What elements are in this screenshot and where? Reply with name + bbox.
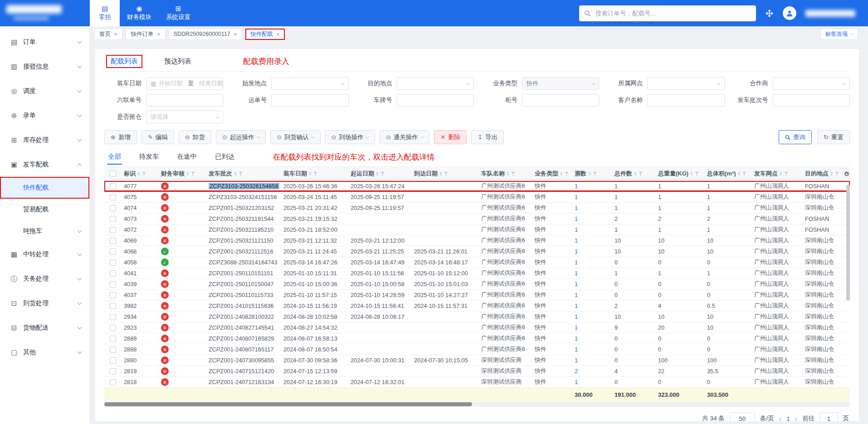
sort-icon[interactable] xyxy=(690,172,693,175)
filter-funnel-icon[interactable] xyxy=(593,172,597,176)
filter-funnel-icon[interactable] xyxy=(444,172,448,176)
filter-funnel-icon[interactable] xyxy=(313,172,317,176)
sidebar-item[interactable]: ▦中转处理 xyxy=(0,242,89,267)
row-checkbox[interactable] xyxy=(110,270,116,277)
close-icon[interactable]: ✕ xyxy=(276,32,280,37)
table-row[interactable]: 4072✕ZCPZ001-2503211852102025-03-21 18:5… xyxy=(104,224,850,235)
page-size-select[interactable]: 50 xyxy=(730,412,755,421)
table-row[interactable]: 2888✕ZCPZ001-2408071651172024-08-07 16:5… xyxy=(104,344,850,355)
sort-icon[interactable] xyxy=(634,172,637,175)
close-icon[interactable]: ✕ xyxy=(234,32,237,37)
row-checkbox[interactable] xyxy=(110,259,116,266)
row-checkbox[interactable] xyxy=(110,357,116,364)
text-input[interactable] xyxy=(773,94,850,107)
row-checkbox[interactable] xyxy=(110,194,116,200)
table-row[interactable]: 2923✕ZCPZ001-2408271455412024-08-27 14:5… xyxy=(104,322,850,333)
select-input[interactable] xyxy=(647,77,724,90)
workspace-tab[interactable]: 快件订单✕ xyxy=(126,29,165,40)
sort-icon[interactable] xyxy=(234,172,237,175)
sidebar-item[interactable]: ◎调度 xyxy=(0,79,89,103)
tickets-link[interactable]: 1 xyxy=(572,324,612,331)
table-row[interactable]: 4058✓ZCPZ3088-2503141647432025-03-14 16:… xyxy=(104,257,850,268)
tickets-link[interactable]: 1 xyxy=(572,215,612,222)
tickets-link[interactable]: 1 xyxy=(572,205,612,211)
toolbar-button[interactable]: ⊖卸货 xyxy=(179,130,211,144)
sort-icon[interactable] xyxy=(560,172,563,175)
sort-icon[interactable] xyxy=(137,172,140,175)
filter-funnel-icon[interactable] xyxy=(695,172,699,176)
tickets-link[interactable]: 1 xyxy=(572,248,612,255)
row-checkbox[interactable] xyxy=(110,325,116,331)
text-input-field[interactable] xyxy=(276,97,344,104)
table-row[interactable]: 4039✕ZCPZ001-2501101500472025-01-10 15:0… xyxy=(104,279,850,290)
row-checkbox[interactable] xyxy=(110,227,116,233)
filter-funnel-icon[interactable] xyxy=(565,172,569,176)
select-input[interactable] xyxy=(397,77,474,90)
table-row[interactable]: 2889✕ZCPZ001-2408071658292024-08-07 16:5… xyxy=(104,333,850,344)
toolbar-button[interactable]: 查询 xyxy=(779,130,812,144)
column-header[interactable]: 装车日期 xyxy=(281,170,348,178)
text-input[interactable] xyxy=(397,94,474,107)
select-input[interactable]: 请选择 xyxy=(146,111,223,123)
table-row[interactable]: 4074✕ZCPZ001-2503212031522025-03-21 20:3… xyxy=(104,203,850,214)
row-checkbox[interactable] xyxy=(110,314,116,320)
topnav-tab[interactable]: ▤零担 xyxy=(90,0,120,26)
topnav-tab[interactable]: ◉财务模块 xyxy=(120,0,159,26)
list-tab[interactable]: 配载列表 xyxy=(106,55,142,68)
text-input[interactable] xyxy=(647,94,724,107)
prev-page-icon[interactable]: ‹ xyxy=(779,415,782,422)
table-row[interactable]: 4073✕ZCPZ001-2503211915442025-03-21 19:1… xyxy=(104,214,850,224)
sidebar-item[interactable]: ▣发车配载 xyxy=(0,152,89,177)
table-row[interactable]: 4037✕ZCPZ001-2501101157332025-01-10 11:5… xyxy=(104,290,850,301)
column-header[interactable]: 总重量(KG) xyxy=(655,170,704,178)
table-row[interactable]: 2880✕ZCPZ001-2407300958552024-07-30 09:5… xyxy=(104,355,850,366)
row-checkbox[interactable] xyxy=(110,379,116,385)
sidebar-subitem[interactable]: 吨拖车 xyxy=(0,220,89,242)
text-input[interactable] xyxy=(146,94,223,107)
next-page-icon[interactable]: › xyxy=(795,415,798,422)
column-header[interactable]: 总件数 xyxy=(612,170,655,178)
sidebar-item[interactable]: ⓘ关务处理 xyxy=(0,267,89,291)
row-checkbox[interactable] xyxy=(110,216,116,222)
sidebar-item[interactable]: ⊞库存处理 xyxy=(0,128,89,152)
column-header[interactable]: 发车批次 xyxy=(206,170,281,178)
text-input-field[interactable] xyxy=(527,97,595,104)
table-row[interactable]: 4068✓ZCPZ001-2503211125162025-03-21 11:2… xyxy=(104,246,850,257)
sidebar-subitem[interactable]: 快件配载 xyxy=(0,177,89,199)
row-checkbox[interactable] xyxy=(110,238,116,244)
tickets-link[interactable]: 1 xyxy=(572,379,612,385)
sort-icon[interactable] xyxy=(376,172,379,175)
close-icon[interactable]: ✕ xyxy=(156,32,160,37)
toolbar-button[interactable]: ↻重置 xyxy=(817,130,850,144)
column-header[interactable]: 票数 xyxy=(572,170,612,178)
select-input[interactable]: 快件 xyxy=(522,77,599,90)
sort-icon[interactable] xyxy=(507,172,509,175)
global-search-input[interactable] xyxy=(579,5,756,21)
column-header[interactable]: 业务类型 xyxy=(532,170,572,178)
row-checkbox[interactable] xyxy=(110,336,116,342)
column-header[interactable]: 到达日期 xyxy=(411,170,478,178)
tickets-link[interactable]: 1 xyxy=(572,270,612,277)
column-header[interactable]: 总体积(m³) xyxy=(704,170,751,178)
status-tab[interactable]: 在途中 xyxy=(176,150,198,165)
column-header[interactable]: 标识 xyxy=(121,170,158,178)
filter-funnel-icon[interactable] xyxy=(639,172,643,176)
table-row[interactable]: 4077✕ZCPZ3103-2503261546582025-03-26 15:… xyxy=(104,181,850,192)
toolbar-button[interactable]: ✎编辑 xyxy=(141,130,174,144)
row-checkbox[interactable] xyxy=(110,368,116,375)
tickets-link[interactable]: 1 xyxy=(572,302,612,309)
select-input[interactable] xyxy=(773,77,850,90)
tickets-link[interactable]: 1 xyxy=(572,281,612,288)
filter-funnel-icon[interactable] xyxy=(511,172,515,176)
tickets-link[interactable]: 2 xyxy=(572,368,612,375)
sort-icon[interactable] xyxy=(186,172,189,175)
text-input[interactable] xyxy=(522,94,599,107)
sidebar-item[interactable]: ⊡到货处理 xyxy=(0,291,89,316)
goto-page-input[interactable]: 1 xyxy=(820,412,838,421)
tickets-link[interactable]: 1 xyxy=(572,357,612,364)
sidebar-item[interactable]: ⊟货物配送 xyxy=(0,316,89,340)
row-checkbox[interactable] xyxy=(110,205,116,211)
table-row[interactable]: 4069✕ZCPZ001-2503211211502025-03-21 12:1… xyxy=(104,235,850,246)
sidebar-item[interactable]: ▢其他 xyxy=(0,340,89,365)
table-row[interactable]: 4041✕ZCPZ001-2501101511512025-01-10 15:1… xyxy=(104,268,850,279)
